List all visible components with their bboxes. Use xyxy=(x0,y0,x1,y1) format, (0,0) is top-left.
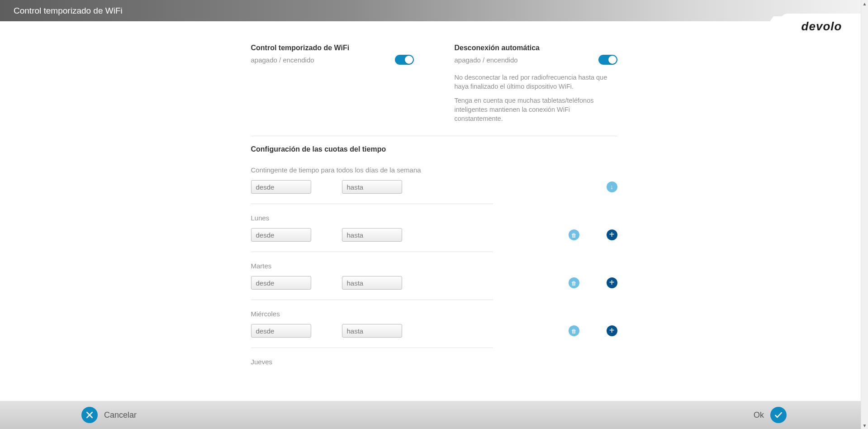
quota-section: Configuración de las cuotas del tiempo C… xyxy=(251,145,617,366)
delete-row-button[interactable] xyxy=(569,325,579,336)
martes-from-input[interactable] xyxy=(251,276,311,290)
close-icon xyxy=(81,407,98,423)
copy-down-button[interactable] xyxy=(607,181,617,192)
ok-label: Ok xyxy=(754,410,764,420)
quota-day-martes: Martes + xyxy=(251,262,617,290)
quota-day-jueves: Jueves xyxy=(251,358,617,366)
miercoles-to-input[interactable] xyxy=(342,324,402,338)
delete-row-button[interactable] xyxy=(569,277,579,288)
martes-to-input[interactable] xyxy=(342,276,402,290)
lunes-from-input[interactable] xyxy=(251,228,311,242)
day-label: Lunes xyxy=(251,214,617,222)
quota-title: Configuración de las cuotas del tiempo xyxy=(251,145,617,153)
auto-disconnect-desc1: No desconectar la red por radiofrecuenci… xyxy=(455,73,617,91)
trash-icon xyxy=(571,279,577,287)
day-divider xyxy=(251,204,493,204)
quota-all-days: Contingente de tiempo para todos los día… xyxy=(251,166,617,194)
add-row-button[interactable]: + xyxy=(607,277,617,288)
plus-icon: + xyxy=(609,326,615,335)
day-label: Martes xyxy=(251,262,617,270)
brand-logo-zone: devolo xyxy=(780,14,863,32)
day-label: Jueves xyxy=(251,358,617,366)
divider xyxy=(251,136,617,136)
add-row-button[interactable]: + xyxy=(607,229,617,240)
day-divider xyxy=(251,252,493,252)
cancel-button[interactable]: Cancelar xyxy=(81,407,137,423)
day-label: Miércoles xyxy=(251,310,617,318)
plus-icon: + xyxy=(609,230,615,239)
miercoles-from-input[interactable] xyxy=(251,324,311,338)
wifi-control-subtitle: apagado / encendido xyxy=(251,56,314,64)
all-days-from-input[interactable] xyxy=(251,180,311,194)
cancel-label: Cancelar xyxy=(104,410,137,420)
all-days-to-input[interactable] xyxy=(342,180,402,194)
plus-icon: + xyxy=(609,278,615,287)
footer-bar: Cancelar Ok xyxy=(0,401,868,429)
wifi-control-title: Control temporizado de WiFi xyxy=(251,44,414,52)
main-content: Control temporizado de WiFi apagado / en… xyxy=(251,21,617,366)
add-row-button[interactable]: + xyxy=(607,325,617,336)
quota-all-days-label: Contingente de tiempo para todos los día… xyxy=(251,166,617,174)
ok-button[interactable]: Ok xyxy=(754,407,787,423)
brand-logo: devolo xyxy=(802,19,842,33)
trash-icon xyxy=(571,231,577,239)
auto-disconnect-title: Desconexión automática xyxy=(455,44,617,52)
vertical-scrollbar[interactable]: ▲ ▼ xyxy=(861,0,868,429)
auto-disconnect-subtitle: apagado / encendido xyxy=(455,56,518,64)
page-header: Control temporizado de WiFi xyxy=(0,0,868,21)
wifi-control-toggle[interactable] xyxy=(395,55,414,65)
auto-disconnect-desc2: Tenga en cuenta que muchas tabletas/telé… xyxy=(455,96,617,124)
quota-day-lunes: Lunes + xyxy=(251,214,617,242)
scroll-down-arrow[interactable]: ▼ xyxy=(861,422,868,429)
page-title: Control temporizado de WiFi xyxy=(14,6,123,16)
scroll-up-arrow[interactable]: ▲ xyxy=(861,0,868,7)
auto-disconnect-toggle[interactable] xyxy=(598,55,617,65)
trash-icon xyxy=(571,327,577,335)
quota-day-miercoles: Miércoles + xyxy=(251,310,617,338)
auto-disconnect-section: Desconexión automática apagado / encendi… xyxy=(455,44,617,123)
delete-row-button[interactable] xyxy=(569,229,579,240)
lunes-to-input[interactable] xyxy=(342,228,402,242)
check-icon xyxy=(770,407,787,423)
day-divider xyxy=(251,300,493,300)
arrow-down-icon xyxy=(610,183,613,191)
wifi-timed-control-section: Control temporizado de WiFi apagado / en… xyxy=(251,44,414,123)
day-divider xyxy=(251,348,493,348)
